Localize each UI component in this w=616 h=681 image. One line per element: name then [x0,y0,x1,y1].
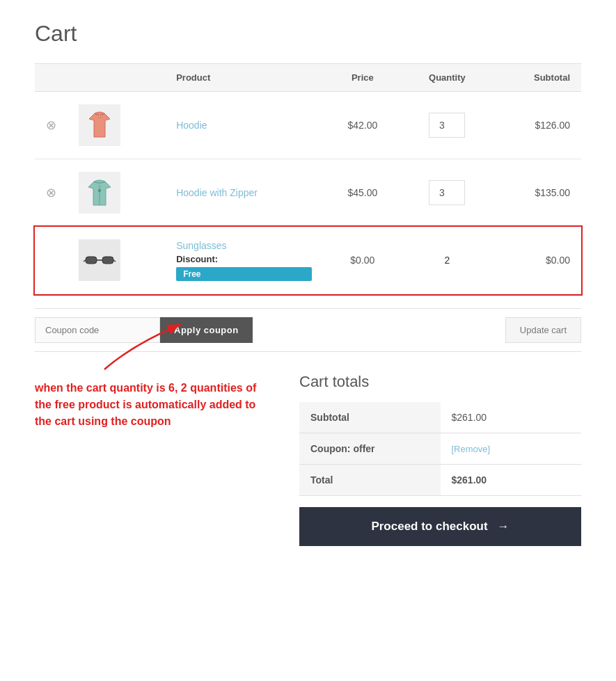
sunglasses-product-info: Sunglasses Discount: Free [176,240,312,281]
page-title: Cart [35,21,581,47]
col-header-thumb [68,64,165,92]
sunglasses-row: Sunglasses Discount: Free $0.00 2 $0.00 [35,227,581,294]
hoodie-zipper-quantity-input[interactable] [429,180,465,205]
totals-row-coupon: Coupon: offer [Remove] [299,433,581,465]
annotation-area: when the cart quantity is 6, 2 quantitie… [35,373,271,546]
product-thumbnail [79,172,120,214]
checkout-button[interactable]: Proceed to checkout → [299,507,581,546]
sunglasses-subtotal: $0.00 [492,227,581,294]
totals-value-total: $261.00 [441,465,582,496]
svg-rect-3 [102,257,113,264]
hoodie-zipper-product-link[interactable]: Hoodie with Zipper [176,187,258,198]
sunglasses-product-link[interactable]: Sunglasses [176,240,312,251]
checkout-arrow: → [498,520,510,534]
totals-value-subtotal: $261.00 [441,402,582,433]
totals-value-coupon: [Remove] [441,433,582,465]
hoodie-zipper-price: $45.00 [323,159,402,227]
col-header-remove [35,64,68,92]
totals-label-subtotal: Subtotal [299,402,441,433]
totals-label-coupon: Coupon: offer [299,433,441,465]
totals-label-total: Total [299,465,441,496]
remove-hoodie-zipper-button[interactable]: ⊗ [46,186,56,199]
col-header-product: Product [165,64,323,92]
hoodie-subtotal: $126.00 [492,92,581,159]
discount-label: Discount: [176,254,312,264]
table-row: ⊗ Hoodie $42.00 [35,92,581,159]
hoodie-product-link[interactable]: Hoodie [176,120,207,131]
bottom-section: when the cart quantity is 6, 2 quantitie… [35,373,581,546]
col-header-price: Price [323,64,402,92]
free-badge: Free [176,267,312,281]
remove-hoodie-button[interactable]: ⊗ [46,119,56,131]
table-row: ⊗ Hoodie with Zipper $45.00 [35,159,581,227]
svg-point-1 [98,189,101,192]
checkout-label: Proceed to checkout [371,520,487,534]
totals-table: Subtotal $261.00 Coupon: offer [Remove] … [299,402,581,496]
sunglasses-price: $0.00 [323,227,402,294]
hoodie-zipper-subtotal: $135.00 [492,159,581,227]
annotation-arrow [90,317,202,373]
cart-totals-title: Cart totals [299,373,581,391]
product-thumbnail [79,104,120,146]
remove-coupon-link[interactable]: [Remove] [452,444,491,454]
annotation-text: when the cart quantity is 6, 2 quantitie… [35,373,271,430]
col-header-quantity: Quantity [402,64,492,92]
svg-rect-2 [86,257,97,264]
col-header-subtotal: Subtotal [492,64,581,92]
update-cart-button[interactable]: Update cart [505,317,581,343]
checkout-wrapper: Proceed to checkout → [299,507,581,546]
hoodie-quantity-input[interactable] [429,113,465,138]
cart-totals: Cart totals Subtotal $261.00 Coupon: off… [299,373,581,546]
cart-table: Product Price Quantity Subtotal ⊗ [35,63,581,294]
hoodie-price: $42.00 [323,92,402,159]
totals-row-total: Total $261.00 [299,465,581,496]
totals-row-subtotal: Subtotal $261.00 [299,402,581,433]
product-thumbnail [79,239,120,281]
sunglasses-quantity: 2 [402,227,492,294]
